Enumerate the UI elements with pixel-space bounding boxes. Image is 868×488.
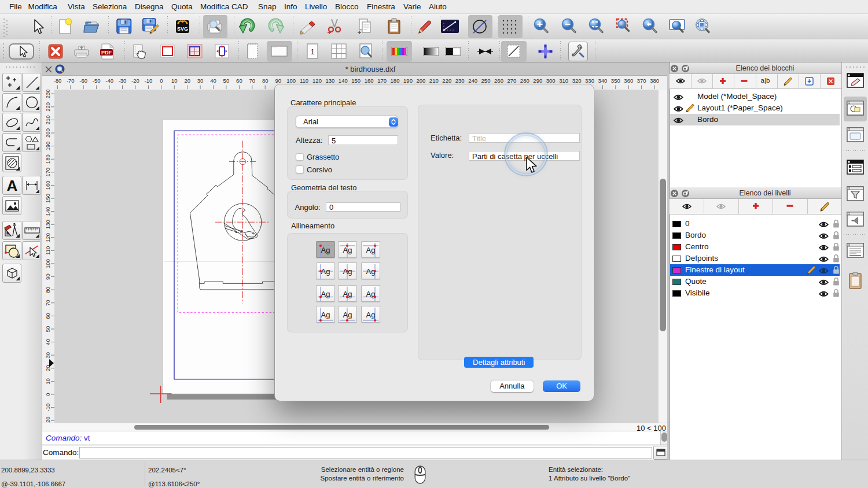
svg-text:130: 130 xyxy=(45,220,51,229)
svg-text:10: 10 xyxy=(171,77,178,84)
svg-text:200: 200 xyxy=(45,128,51,138)
svg-text:70: 70 xyxy=(249,77,256,84)
svg-text:170: 170 xyxy=(45,168,51,177)
svg-text:140: 140 xyxy=(339,77,348,84)
svg-text:50: 50 xyxy=(223,77,230,84)
svg-text:Ag: Ag xyxy=(321,290,330,298)
svg-text:300: 300 xyxy=(546,77,556,84)
svg-text:160: 160 xyxy=(365,77,374,84)
svg-text:110: 110 xyxy=(45,246,51,255)
svg-text:280: 280 xyxy=(520,77,529,84)
svg-text:150: 150 xyxy=(45,194,51,203)
svg-text:180: 180 xyxy=(45,154,51,164)
svg-text:-70: -70 xyxy=(67,77,75,84)
svg-text:270: 270 xyxy=(507,77,516,84)
svg-text:130: 130 xyxy=(325,77,334,84)
svg-text:0: 0 xyxy=(45,393,51,395)
svg-text:40: 40 xyxy=(210,77,216,84)
svg-text:220: 220 xyxy=(45,102,51,112)
svg-text:60: 60 xyxy=(236,77,242,84)
svg-text:230: 230 xyxy=(45,90,51,98)
svg-text:50: 50 xyxy=(45,326,51,332)
svg-text:210: 210 xyxy=(45,115,51,124)
svg-text:150: 150 xyxy=(351,77,361,84)
svg-text:60: 60 xyxy=(45,313,51,319)
svg-text:30: 30 xyxy=(45,352,51,358)
svg-text:30: 30 xyxy=(197,77,204,84)
svg-text:370: 370 xyxy=(637,77,646,84)
svg-text:230: 230 xyxy=(455,77,465,84)
svg-text:-10: -10 xyxy=(45,404,51,412)
svg-text:80: 80 xyxy=(45,287,51,293)
svg-text:80: 80 xyxy=(262,77,269,84)
svg-text:190: 190 xyxy=(403,77,413,84)
svg-text:250: 250 xyxy=(481,77,491,84)
svg-text:-20: -20 xyxy=(45,416,51,423)
svg-text:290: 290 xyxy=(533,77,542,84)
svg-text:330: 330 xyxy=(585,77,594,84)
svg-text:20: 20 xyxy=(184,77,190,84)
svg-text:Ag: Ag xyxy=(321,310,330,319)
svg-text:200: 200 xyxy=(416,77,425,84)
svg-text:Ag: Ag xyxy=(321,267,330,276)
svg-text:-50: -50 xyxy=(93,77,101,84)
svg-text:160: 160 xyxy=(45,180,51,190)
svg-text:100: 100 xyxy=(286,77,296,84)
svg-text:A: A xyxy=(6,177,17,194)
svg-text:Ag: Ag xyxy=(366,246,376,254)
svg-text:Ag: Ag xyxy=(366,310,376,319)
svg-text:10: 10 xyxy=(45,378,51,385)
svg-text:70: 70 xyxy=(45,300,51,306)
svg-text:320: 320 xyxy=(572,77,582,84)
svg-text:SVG: SVG xyxy=(177,26,188,32)
svg-text:90: 90 xyxy=(275,77,281,84)
svg-text:340: 340 xyxy=(598,77,607,84)
svg-text:210: 210 xyxy=(429,77,439,84)
svg-text:Ag: Ag xyxy=(321,246,330,254)
svg-text:220: 220 xyxy=(442,77,451,84)
svg-text:Ag: Ag xyxy=(343,310,352,319)
svg-text:-40: -40 xyxy=(105,77,113,84)
svg-text:90: 90 xyxy=(45,273,51,280)
svg-text:1: 1 xyxy=(310,47,314,56)
svg-text:260: 260 xyxy=(494,77,503,84)
svg-text:120: 120 xyxy=(312,77,322,84)
svg-text:140: 140 xyxy=(45,207,51,216)
svg-text:120: 120 xyxy=(45,233,51,242)
svg-text:-60: -60 xyxy=(79,77,87,84)
svg-text:Ag: Ag xyxy=(343,246,352,254)
svg-text:350: 350 xyxy=(611,77,620,84)
svg-text:-20: -20 xyxy=(131,77,139,84)
svg-text:240: 240 xyxy=(468,77,477,84)
svg-text:-30: -30 xyxy=(119,77,127,84)
svg-text:310: 310 xyxy=(559,77,568,84)
svg-text:100: 100 xyxy=(45,259,51,268)
svg-text:0: 0 xyxy=(160,77,163,84)
svg-text:-10: -10 xyxy=(145,77,153,84)
svg-text:190: 190 xyxy=(45,142,51,151)
svg-text:170: 170 xyxy=(377,77,387,84)
svg-text:-80: -80 xyxy=(54,77,61,84)
svg-text:360: 360 xyxy=(624,77,633,84)
svg-text:PDF: PDF xyxy=(101,50,112,56)
svg-text:380: 380 xyxy=(650,77,659,84)
svg-text:40: 40 xyxy=(45,339,51,345)
svg-text:110: 110 xyxy=(300,77,308,84)
svg-text:180: 180 xyxy=(391,77,400,84)
